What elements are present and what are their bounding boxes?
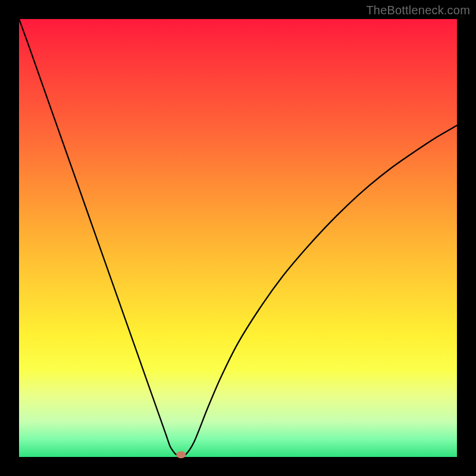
bottleneck-curve [19,19,457,456]
minimum-marker [176,451,186,458]
outer-frame: TheBottleneck.com [0,0,476,476]
curve-svg [19,19,457,457]
watermark-text: TheBottleneck.com [366,4,470,17]
plot-area [19,19,457,457]
